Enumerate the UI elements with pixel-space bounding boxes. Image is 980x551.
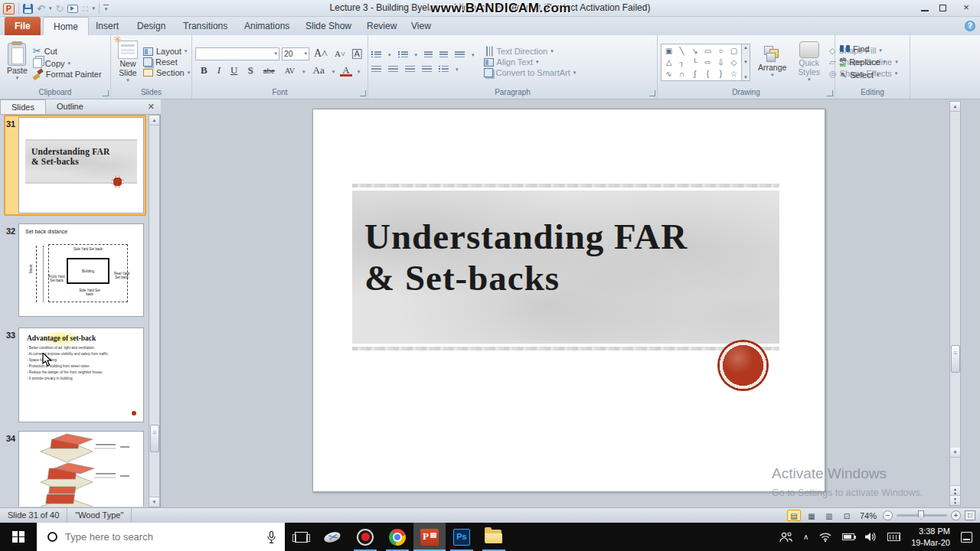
slide-thumbnail-31[interactable]: Understanding FAR& Set-backs — [18, 117, 144, 214]
slide-thumbnail-33[interactable]: Advantage of set-back Better condition o… — [18, 328, 144, 422]
taskbar-app-powerpoint[interactable]: P — [413, 523, 446, 551]
tab-insert[interactable]: Insert — [86, 17, 129, 35]
shape-icon[interactable]: } — [714, 68, 727, 80]
taskbar-app-file-explorer[interactable] — [478, 523, 510, 551]
line-spacing-icon[interactable] — [455, 51, 465, 59]
tab-review[interactable]: Review — [357, 17, 407, 35]
volume-icon[interactable] — [865, 532, 877, 542]
panel-close-icon[interactable]: ✕ — [142, 99, 161, 114]
new-slide-button[interactable]: New Slide▾ — [114, 39, 142, 85]
zoom-slider[interactable] — [897, 514, 947, 517]
tab-slides-thumbnails[interactable]: Slides — [0, 99, 46, 114]
people-icon[interactable] — [779, 532, 792, 543]
task-view-button[interactable] — [285, 523, 317, 551]
clipboard-dialog-launcher[interactable] — [103, 90, 109, 96]
editor-scrollbar[interactable]: ▲ ▼ ▲▲ ▼▼ — [949, 101, 961, 506]
text-shadow-button[interactable]: S — [245, 64, 255, 77]
slide-sorter-view-button[interactable]: ▦ — [805, 510, 818, 521]
shape-icon[interactable]: ▢ — [727, 45, 740, 57]
bold-button[interactable]: B — [198, 64, 210, 77]
cut-button[interactable]: ✂Cut — [31, 44, 103, 57]
copy-button[interactable]: Copy▾ — [31, 57, 103, 69]
reset-button[interactable]: Reset — [142, 57, 191, 67]
align-text-button[interactable]: Align Text▾ — [482, 57, 578, 67]
increase-indent-icon[interactable] — [439, 51, 448, 59]
align-center-icon[interactable] — [388, 66, 398, 73]
text-direction-button[interactable]: Text Direction▾ — [482, 46, 578, 57]
help-button[interactable]: ? — [965, 21, 975, 31]
taskbar-search[interactable] — [37, 523, 285, 551]
convert-smartart-button[interactable]: Convert to SmartArt▾ — [482, 67, 578, 78]
previous-slide-button[interactable]: ▲▲ — [950, 485, 960, 495]
next-slide-button[interactable]: ▼▼ — [950, 495, 960, 505]
close-button[interactable]: × — [957, 1, 975, 15]
align-left-icon[interactable] — [371, 66, 381, 73]
shape-icon[interactable]: ʃ — [688, 68, 701, 80]
tab-design[interactable]: Design — [127, 17, 175, 35]
shape-icon[interactable]: ▣ — [662, 45, 675, 57]
find-button[interactable]: Find — [838, 44, 871, 54]
arrange-button[interactable]: Arrange▾ — [754, 44, 790, 80]
italic-button[interactable]: I — [215, 64, 223, 77]
format-painter-button[interactable]: Format Painter — [31, 69, 103, 80]
shrink-font-icon[interactable]: A˅ — [332, 49, 348, 58]
taskbar-app-chrome[interactable] — [381, 523, 413, 551]
quick-styles-button[interactable]: Quick Styles▾ — [794, 40, 824, 84]
shape-icon[interactable]: △ — [662, 57, 675, 68]
taskbar-app-bandicam[interactable] — [349, 523, 381, 551]
shape-icon[interactable]: { — [701, 68, 714, 80]
normal-view-button[interactable]: ▤ — [787, 510, 801, 521]
shape-icon[interactable]: ⇨ — [701, 57, 714, 68]
battery-icon[interactable] — [842, 533, 854, 540]
grow-font-icon[interactable]: A˄ — [312, 47, 330, 60]
font-color-button[interactable]: A — [340, 66, 351, 77]
panel-scrollbar-thumb[interactable] — [150, 425, 159, 452]
layout-button[interactable]: Layout▾ — [142, 46, 191, 57]
clear-formatting-icon[interactable]: 🄰 — [350, 49, 364, 59]
strikethrough-button[interactable]: abe — [261, 66, 277, 75]
reading-view-button[interactable]: ▥ — [822, 510, 836, 521]
shapes-gallery-scrollbar[interactable]: ▲▼▼ — [742, 44, 750, 81]
numbering-icon[interactable] — [398, 51, 408, 59]
replace-button[interactable]: abacReplace▾ — [838, 56, 887, 68]
stamp-graphic[interactable] — [717, 340, 769, 391]
scroll-down-icon[interactable]: ▼ — [950, 448, 960, 458]
select-button[interactable]: ↖Select▾ — [838, 70, 880, 81]
tab-file[interactable]: File — [5, 17, 41, 35]
character-spacing-button[interactable]: AV — [283, 67, 297, 75]
shape-icon[interactable]: ∿ — [662, 68, 675, 80]
justify-icon[interactable] — [422, 66, 432, 73]
bullets-icon[interactable] — [371, 51, 381, 59]
columns-icon[interactable] — [439, 66, 449, 73]
slide-counter[interactable]: Slide 31 of 40 — [0, 508, 67, 523]
editor-scrollbar-thumb[interactable] — [951, 345, 960, 373]
action-center-icon[interactable] — [961, 532, 972, 543]
search-input[interactable] — [65, 531, 267, 543]
microphone-icon[interactable] — [267, 531, 276, 543]
underline-button[interactable]: U — [228, 64, 240, 77]
wifi-icon[interactable] — [819, 533, 831, 542]
shape-icon[interactable]: └ — [688, 57, 701, 68]
touch-keyboard-icon[interactable] — [887, 533, 900, 541]
zoom-percentage[interactable]: 74% — [858, 511, 879, 520]
slide-thumbnail-32[interactable]: Set back distance Street Building Side Y… — [18, 223, 144, 317]
shape-icon[interactable]: ╲ — [675, 45, 688, 57]
shape-icon[interactable]: ∩ — [675, 68, 688, 80]
shape-icon[interactable]: ◇ — [727, 57, 740, 68]
slideshow-view-button[interactable]: ⊡ — [840, 510, 854, 521]
fit-to-window-button[interactable] — [965, 510, 975, 520]
zoom-out-button[interactable]: − — [883, 510, 893, 520]
hidden-icons-chevron-icon[interactable]: ∧ — [803, 533, 808, 541]
tab-home[interactable]: Home — [43, 17, 89, 35]
panel-scrollbar[interactable]: ▲ ▼ — [149, 115, 160, 507]
align-right-icon[interactable] — [405, 66, 415, 73]
shape-icon[interactable]: ↘ — [688, 45, 701, 57]
title-banner[interactable]: Understanding FAR & Set-backs — [352, 191, 779, 344]
current-slide[interactable]: Understanding FAR & Set-backs — [312, 109, 825, 492]
tab-slide-show[interactable]: Slide Show — [296, 17, 361, 35]
minimize-button[interactable] — [921, 1, 929, 15]
shape-icon[interactable]: ▭ — [701, 45, 714, 57]
drawing-dialog-launcher[interactable] — [827, 90, 833, 96]
shape-icon[interactable]: ┐ — [675, 57, 688, 68]
paragraph-dialog-launcher[interactable] — [649, 90, 655, 96]
